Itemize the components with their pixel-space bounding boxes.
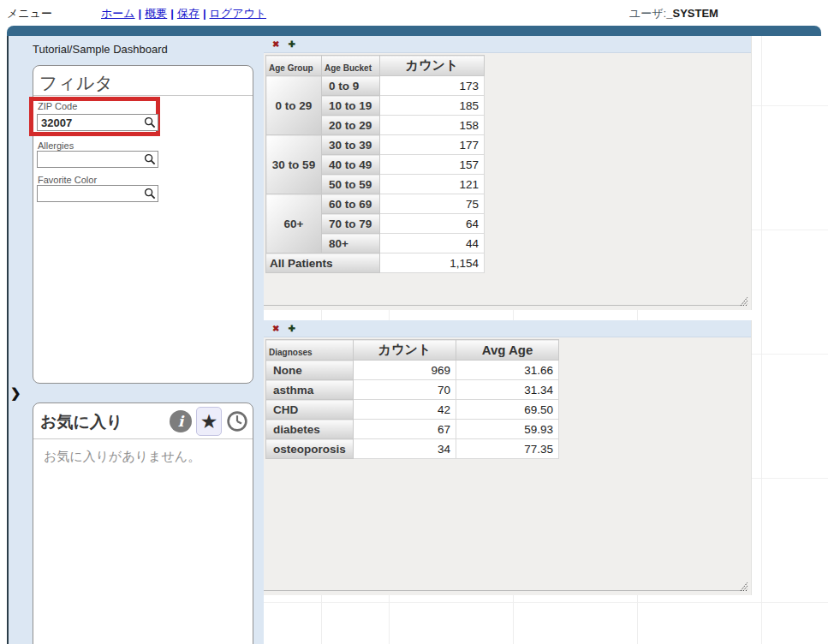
row-group-label[interactable]: 0 to 29: [266, 76, 322, 135]
user-label: ユーザ:: [629, 7, 666, 20]
row-label[interactable]: 10 to 19: [322, 96, 380, 116]
allergies-input[interactable]: [37, 151, 158, 168]
value-cell[interactable]: 969: [354, 361, 456, 380]
nav-home-link[interactable]: ホーム: [101, 7, 135, 20]
favorites-toolbar: i ★: [170, 407, 248, 436]
add-widget-icon[interactable]: ✚: [288, 325, 295, 333]
frame-header-bar: [7, 26, 821, 36]
value-cell[interactable]: 42: [354, 400, 456, 420]
row-label[interactable]: 50 to 59: [322, 175, 380, 194]
resize-grip-icon[interactable]: [736, 296, 748, 307]
row-label[interactable]: CHD: [266, 400, 354, 420]
favorite-color-field-wrap: [37, 185, 158, 202]
value-cell[interactable]: 67: [354, 420, 456, 439]
zip-code-input[interactable]: [37, 114, 158, 131]
value-cell[interactable]: 64: [380, 214, 485, 234]
allergies-field-wrap: [37, 151, 158, 168]
table-header-row: DiagnosesカウントAvg Age: [266, 340, 559, 361]
value-cell[interactable]: 31.66: [456, 361, 559, 380]
row-label[interactable]: None: [266, 361, 354, 380]
column-header-diagnoses: Diagnoses: [266, 340, 354, 361]
row-label[interactable]: 0 to 9: [322, 76, 380, 96]
menu-button[interactable]: メニュー: [7, 6, 52, 21]
sidebar-collapse-chevron-icon[interactable]: ❯: [10, 385, 21, 401]
dashboard-title: Tutorial/Sample Dashboard: [33, 43, 168, 56]
add-widget-icon[interactable]: ✚: [288, 40, 295, 49]
column-header-count[interactable]: カウント: [380, 56, 485, 76]
table-row: CHD4269.50: [266, 400, 559, 420]
top-nav: ホーム|概要|保存|ログアウト: [101, 6, 266, 21]
row-label[interactable]: asthma: [266, 380, 354, 400]
total-row-label[interactable]: All Patients: [266, 253, 380, 273]
close-widget-icon[interactable]: ✖: [272, 325, 279, 333]
value-cell[interactable]: 59.93: [456, 420, 559, 439]
column-header-age-group: Age Group: [266, 56, 322, 76]
recent-clock-icon[interactable]: [226, 410, 248, 432]
age-pivot-table: Age GroupAge Bucketカウント0 to 290 to 91731…: [265, 55, 485, 273]
nav-save-link[interactable]: 保存: [177, 7, 200, 20]
info-icon[interactable]: i: [170, 410, 192, 432]
column-header-count[interactable]: カウント: [354, 340, 456, 361]
table-total-row: All Patients1,154: [266, 253, 485, 273]
value-cell[interactable]: 173: [380, 76, 485, 96]
user-name: _SYSTEM: [666, 7, 718, 20]
row-group-label[interactable]: 30 to 59: [266, 135, 322, 194]
value-cell[interactable]: 177: [380, 135, 485, 155]
row-label[interactable]: 40 to 49: [322, 155, 380, 175]
value-cell[interactable]: 44: [380, 234, 485, 253]
favorites-empty-message: お気に入りがありません。: [44, 449, 200, 465]
nav-separator: |: [203, 7, 206, 20]
close-widget-icon[interactable]: ✖: [272, 40, 279, 49]
diagnoses-pivot-table: DiagnosesカウントAvg AgeNone96931.66asthma70…: [265, 339, 559, 459]
value-cell[interactable]: 75: [380, 194, 485, 214]
widget-bottom-edge: [264, 590, 742, 591]
row-label[interactable]: 20 to 29: [322, 116, 380, 135]
nav-separator: |: [170, 7, 174, 20]
favorites-star-button[interactable]: ★: [196, 407, 222, 436]
filter-panel: フィルタ ZIP Code Allergies Favorite Color: [33, 65, 253, 384]
value-cell[interactable]: 77.35: [456, 439, 559, 459]
total-value-cell[interactable]: 1,154: [380, 253, 485, 273]
value-cell[interactable]: 70: [354, 380, 456, 400]
nav-overview-link[interactable]: 概要: [145, 7, 167, 20]
favorites-panel: お気に入り i ★ お気に入りがありません。: [33, 402, 253, 644]
value-cell[interactable]: 34: [354, 439, 456, 459]
column-header-avg-age[interactable]: Avg Age: [456, 340, 559, 361]
sidebar: Tutorial/Sample Dashboard フィルタ ZIP Code …: [9, 36, 264, 644]
table-row: osteoporosis3477.35: [266, 439, 559, 459]
row-group-label[interactable]: 60+: [266, 194, 322, 253]
value-cell[interactable]: 185: [380, 96, 485, 116]
table-row: 30 to 5930 to 39177: [266, 135, 485, 155]
search-icon[interactable]: [144, 153, 156, 165]
row-label[interactable]: diabetes: [266, 420, 354, 439]
row-label[interactable]: 70 to 79: [322, 214, 380, 234]
row-label[interactable]: 30 to 39: [322, 135, 380, 155]
row-label[interactable]: osteoporosis: [266, 439, 354, 459]
resize-grip-icon[interactable]: [736, 581, 748, 592]
zip-code-field-wrap: [37, 114, 158, 131]
value-cell[interactable]: 31.34: [456, 380, 559, 400]
table-row: asthma7031.34: [266, 380, 559, 400]
favorites-title: お気に入り: [40, 411, 122, 433]
search-icon[interactable]: [144, 188, 156, 200]
table-row: 0 to 290 to 9173: [266, 76, 485, 96]
filter-panel-divider: [33, 95, 253, 96]
table-row: None96931.66: [266, 361, 559, 380]
top-menu-bar: メニュー ホーム|概要|保存|ログアウト ユーザ:_SYSTEM: [0, 0, 828, 26]
favorite-color-input[interactable]: [37, 185, 158, 202]
nav-logout-link[interactable]: ログアウト: [210, 7, 267, 20]
value-cell[interactable]: 158: [380, 116, 485, 135]
search-icon[interactable]: [144, 116, 156, 128]
widget-bottom-edge: [264, 305, 742, 306]
value-cell[interactable]: 69.50: [456, 400, 559, 420]
filter-panel-title: フィルタ: [39, 71, 253, 95]
widget-toolbar: ✖ ✚: [264, 320, 751, 337]
value-cell[interactable]: 121: [380, 175, 485, 194]
widget-toolbar: ✖ ✚: [264, 36, 751, 53]
value-cell[interactable]: 157: [380, 155, 485, 175]
row-label[interactable]: 80+: [322, 234, 380, 253]
row-label[interactable]: 60 to 69: [322, 194, 380, 214]
favorites-header: お気に入り i ★: [33, 403, 253, 439]
table-header-row: Age GroupAge Bucketカウント: [266, 56, 485, 76]
widget-age-pivot: ✖ ✚ Age GroupAge Bucketカウント0 to 290 to 9…: [264, 36, 752, 310]
